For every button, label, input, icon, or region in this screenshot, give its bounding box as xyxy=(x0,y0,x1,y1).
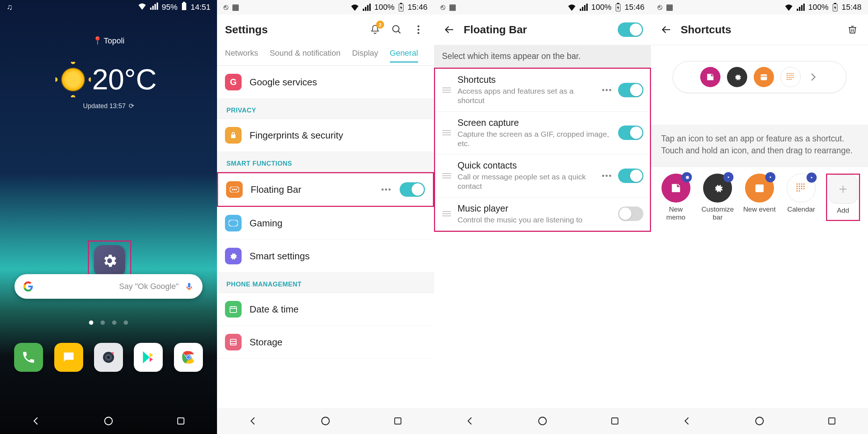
row-gaming[interactable]: Gaming xyxy=(217,207,434,240)
back-arrow[interactable] xyxy=(659,22,674,37)
google-icon: G xyxy=(225,74,242,90)
settings-list[interactable]: G Google services PRIVACY Fingerprints &… xyxy=(217,66,434,408)
phone-app[interactable] xyxy=(14,343,43,372)
usb-icon: ⎋ xyxy=(224,3,228,12)
shortcut-add-highlight[interactable]: Add xyxy=(826,174,860,221)
battery-charging-icon xyxy=(398,3,404,12)
page-title: Floating Bar xyxy=(464,24,611,36)
notifications-button[interactable]: 2 xyxy=(367,22,383,37)
status-bar: ⎋▦ 100% 15:46 xyxy=(434,0,651,14)
row-floating-bar[interactable]: Floating Bar ••• xyxy=(217,172,434,207)
svg-point-39 xyxy=(788,75,790,76)
more-button[interactable] xyxy=(411,22,426,37)
row-smart-settings[interactable]: Smart settings xyxy=(217,240,434,273)
more-icon[interactable]: ••• xyxy=(602,171,612,180)
shortcut-new-event[interactable]: New event xyxy=(743,174,776,221)
svg-point-5 xyxy=(112,352,114,354)
more-icon[interactable]: ••• xyxy=(602,85,612,95)
svg-point-59 xyxy=(799,188,800,189)
row-fingerprints[interactable]: Fingerprints & security xyxy=(217,119,434,152)
floating-bar-master-switch[interactable] xyxy=(618,22,643,37)
drag-handle-icon[interactable] xyxy=(442,173,452,178)
nav-bar xyxy=(651,408,868,434)
wifi-icon xyxy=(784,4,793,11)
home-button[interactable] xyxy=(102,414,115,427)
drag-handle-icon[interactable] xyxy=(442,130,452,135)
weather-location[interactable]: 📍 Topoli xyxy=(93,36,124,46)
add-button[interactable] xyxy=(829,175,858,204)
mic-icon[interactable] xyxy=(184,282,194,291)
fb-item-music-player[interactable]: Music player Control the music you are l… xyxy=(435,197,650,231)
fb-item-shortcuts[interactable]: Shortcuts Access apps and features set a… xyxy=(435,69,650,112)
home-button[interactable] xyxy=(753,414,766,427)
shortcut-new-memo[interactable]: New memo xyxy=(659,174,693,221)
delete-button[interactable] xyxy=(845,22,860,37)
svg-rect-13 xyxy=(400,3,402,4)
battery-charging-icon xyxy=(615,3,621,12)
search-button[interactable] xyxy=(389,22,404,37)
recent-button[interactable] xyxy=(608,414,621,427)
music-player-switch[interactable] xyxy=(618,207,643,221)
camera-app[interactable] xyxy=(94,343,123,372)
tab-networks[interactable]: Networks xyxy=(225,45,258,63)
back-button[interactable] xyxy=(681,414,694,427)
row-google-services[interactable]: G Google services xyxy=(217,66,434,99)
home-button[interactable] xyxy=(536,414,549,427)
battery-charging-icon xyxy=(832,3,838,12)
back-button[interactable] xyxy=(247,414,260,427)
back-arrow[interactable] xyxy=(442,22,457,37)
shortcut-customize-bar[interactable]: Customize bar xyxy=(701,174,735,221)
gear-icon xyxy=(94,245,125,276)
home-button[interactable] xyxy=(319,414,332,427)
quickbar-event-icon[interactable] xyxy=(754,67,774,87)
drag-handle-icon[interactable] xyxy=(442,88,452,93)
floating-bar-subtitle: Select which items appear on the bar. xyxy=(434,45,651,68)
usb-icon: ⎋ xyxy=(658,3,662,12)
svg-point-61 xyxy=(803,188,805,189)
settings-screen: ⎋ ▦ 100% 15:46 Settings 2 Networks Sound… xyxy=(217,0,434,434)
tab-general[interactable]: General xyxy=(390,45,418,63)
quickbar-customize-icon[interactable] xyxy=(727,67,747,87)
recent-button[interactable] xyxy=(391,414,404,427)
chevron-right-icon[interactable] xyxy=(807,71,819,83)
svg-point-52 xyxy=(801,183,803,185)
signal-icon xyxy=(797,4,805,11)
svg-point-62 xyxy=(796,190,798,192)
svg-point-44 xyxy=(791,77,792,78)
messaging-app[interactable] xyxy=(54,343,83,372)
row-date-time[interactable]: Date & time xyxy=(217,293,434,326)
back-button[interactable] xyxy=(464,414,477,427)
shortcut-calendar[interactable]: Calendar xyxy=(784,174,818,221)
quickbar-calendar-icon[interactable] xyxy=(780,67,801,87)
svg-rect-30 xyxy=(612,418,618,424)
svg-rect-0 xyxy=(182,3,186,10)
svg-point-19 xyxy=(232,189,233,190)
chrome-app[interactable] xyxy=(174,343,203,372)
shortcuts-switch[interactable] xyxy=(618,83,643,97)
more-icon[interactable]: ••• xyxy=(381,185,392,194)
weather-updated[interactable]: Updated 13:57 ⟳ xyxy=(83,102,134,110)
floating-bar-preview xyxy=(673,61,846,93)
shortcuts-hint: Tap an icon to set an app or feature as … xyxy=(651,125,868,167)
fb-item-quick-contacts[interactable]: Quick contacts Call or message people se… xyxy=(435,154,650,197)
quick-contacts-switch[interactable] xyxy=(618,169,643,183)
recent-button[interactable] xyxy=(825,414,838,427)
drag-handle-icon[interactable] xyxy=(442,211,452,216)
settings-header: Settings 2 xyxy=(217,14,434,45)
play-store-app[interactable] xyxy=(134,343,163,372)
floating-bar-switch[interactable] xyxy=(400,182,425,197)
svg-point-53 xyxy=(803,183,805,185)
fb-item-screen-capture[interactable]: Screen capture Capture the screen as a G… xyxy=(435,112,650,155)
page-title: Shortcuts xyxy=(681,24,838,36)
google-search-bar[interactable]: Say "Ok Google" xyxy=(14,274,203,299)
recent-button[interactable] xyxy=(174,414,187,427)
tab-display[interactable]: Display xyxy=(352,45,378,63)
floating-bar-icon xyxy=(226,181,243,198)
back-button[interactable] xyxy=(30,414,43,427)
battery-icon xyxy=(181,2,187,13)
quickbar-memo-icon[interactable] xyxy=(700,67,720,87)
row-storage[interactable]: Storage xyxy=(217,326,434,359)
tab-sound[interactable]: Sound & notification xyxy=(270,45,341,63)
screen-capture-switch[interactable] xyxy=(618,125,643,140)
storage-icon xyxy=(225,334,242,350)
